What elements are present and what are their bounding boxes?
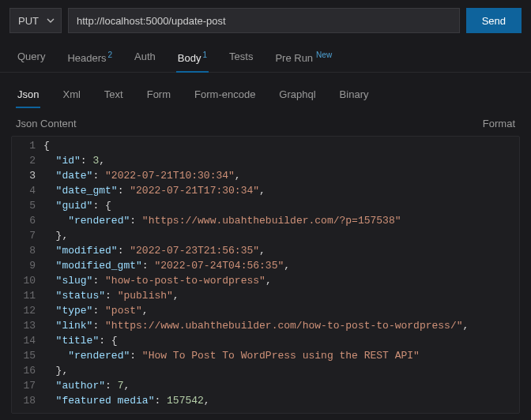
line-number: 4 <box>12 183 43 198</box>
line-number: 17 <box>12 378 43 393</box>
line-number: 10 <box>12 273 43 288</box>
code-line[interactable]: 8 "modified": "2022-07-23T21:56:35", <box>12 243 519 258</box>
code-line[interactable]: 16 }, <box>12 363 519 378</box>
line-number: 3 <box>12 168 43 183</box>
body-subtab-form[interactable]: Form <box>145 84 172 108</box>
code-line[interactable]: 7 }, <box>12 228 519 243</box>
code-line[interactable]: 12 "type": "post", <box>12 303 519 318</box>
line-content: "author": 7, <box>43 378 519 393</box>
line-number: 16 <box>12 363 43 378</box>
send-button[interactable]: Send <box>466 8 522 33</box>
body-subtab-graphql[interactable]: Graphql <box>277 84 317 108</box>
line-content: "rendered": "https://www.ubahthebuilder.… <box>43 213 519 228</box>
tab-tests[interactable]: Tests <box>228 44 254 72</box>
code-line[interactable]: 18 "featured media": 157542, <box>12 393 519 408</box>
code-line[interactable]: 11 "status": "publish", <box>12 288 519 303</box>
json-editor[interactable]: 1{2 "id": 3,3 "date": "2022-07-21T10:30:… <box>11 136 520 414</box>
code-line[interactable]: 4 "date_gmt": "2022-07-21T17:30:34", <box>12 183 519 198</box>
tab-badge: 2 <box>108 51 113 59</box>
code-line[interactable]: 3 "date": "2022-07-21T10:30:34", <box>12 168 519 183</box>
http-method-value: PUT <box>18 15 39 27</box>
request-tabs: QueryHeaders2AuthBody1TestsPre RunNew <box>0 41 531 73</box>
line-number: 1 <box>12 138 43 153</box>
code-line[interactable]: 2 "id": 3, <box>12 153 519 168</box>
line-content: "modified_gmt": "2022-07-24T04:56:35", <box>43 258 519 273</box>
line-number: 8 <box>12 243 43 258</box>
line-number: 9 <box>12 258 43 273</box>
code-area[interactable]: 1{2 "id": 3,3 "date": "2022-07-21T10:30:… <box>12 137 519 410</box>
line-content: "date_gmt": "2022-07-21T17:30:34", <box>43 183 519 198</box>
tab-label: Body <box>178 52 201 64</box>
tab-body[interactable]: Body1 <box>176 44 209 72</box>
tab-new-badge: New <box>316 51 332 59</box>
body-subtab-json[interactable]: Json <box>16 84 40 108</box>
line-number: 11 <box>12 288 43 303</box>
tab-headers[interactable]: Headers2 <box>66 44 114 72</box>
line-number: 18 <box>12 393 43 408</box>
line-content: "modified": "2022-07-23T21:56:35", <box>43 243 519 258</box>
code-line[interactable]: 5 "guid": { <box>12 198 519 213</box>
body-subtab-form-encode[interactable]: Form-encode <box>193 84 257 108</box>
line-content: "featured media": 157542, <box>43 393 519 408</box>
line-number: 6 <box>12 213 43 228</box>
line-content: "type": "post", <box>43 303 519 318</box>
code-line[interactable]: 13 "link": "https://www.ubahthebuilder.c… <box>12 318 519 333</box>
chevron-down-icon <box>47 18 55 23</box>
code-line[interactable]: 14 "title": { <box>12 333 519 348</box>
line-content: "guid": { <box>43 198 519 213</box>
body-panel-header: Json Content Format <box>0 108 531 136</box>
line-number: 13 <box>12 318 43 333</box>
body-panel-title: Json Content <box>16 118 77 129</box>
tab-label: Pre Run <box>275 52 313 64</box>
line-number: 7 <box>12 228 43 243</box>
line-content: "title": { <box>43 333 519 348</box>
tab-auth[interactable]: Auth <box>133 44 157 72</box>
code-line[interactable]: 9 "modified_gmt": "2022-07-24T04:56:35", <box>12 258 519 273</box>
line-number: 5 <box>12 198 43 213</box>
tab-label: Auth <box>134 51 156 62</box>
code-line[interactable]: 15 "rendered": "How To Post To WordPress… <box>12 348 519 363</box>
http-method-select[interactable]: PUT <box>9 8 62 33</box>
code-line[interactable]: 6 "rendered": "https://www.ubahthebuilde… <box>12 213 519 228</box>
line-number: 15 <box>12 348 43 363</box>
line-content: "link": "https://www.ubahthebuilder.com/… <box>43 318 519 333</box>
line-number: 14 <box>12 333 43 348</box>
line-number: 12 <box>12 303 43 318</box>
tab-label: Tests <box>229 51 253 62</box>
body-type-tabs: JsonXmlTextFormForm-encodeGraphqlBinary <box>0 73 531 108</box>
body-subtab-text[interactable]: Text <box>103 84 125 108</box>
line-content: "rendered": "How To Post To WordPress us… <box>43 348 519 363</box>
line-content: "status": "publish", <box>43 288 519 303</box>
body-subtab-binary[interactable]: Binary <box>338 84 371 108</box>
code-line[interactable]: 10 "slug": "how-to-post-to-wordpress", <box>12 273 519 288</box>
code-line[interactable]: 1{ <box>12 138 519 153</box>
line-number: 2 <box>12 153 43 168</box>
tab-query[interactable]: Query <box>16 44 47 72</box>
tab-badge: 1 <box>203 51 208 59</box>
line-content: { <box>43 138 519 153</box>
request-bar: PUT Send <box>0 0 531 41</box>
line-content: "slug": "how-to-post-to-wordpress", <box>43 273 519 288</box>
tab-pre-run[interactable]: Pre RunNew <box>273 44 333 72</box>
body-subtab-xml[interactable]: Xml <box>61 84 81 108</box>
tab-label: Query <box>17 51 45 62</box>
code-line[interactable]: 17 "author": 7, <box>12 378 519 393</box>
tab-label: Headers <box>67 52 106 64</box>
line-content: "id": 3, <box>43 153 519 168</box>
format-button[interactable]: Format <box>483 118 515 129</box>
line-content: }, <box>43 363 519 378</box>
line-content: }, <box>43 228 519 243</box>
line-content: "date": "2022-07-21T10:30:34", <box>43 168 519 183</box>
url-input[interactable] <box>68 8 460 33</box>
